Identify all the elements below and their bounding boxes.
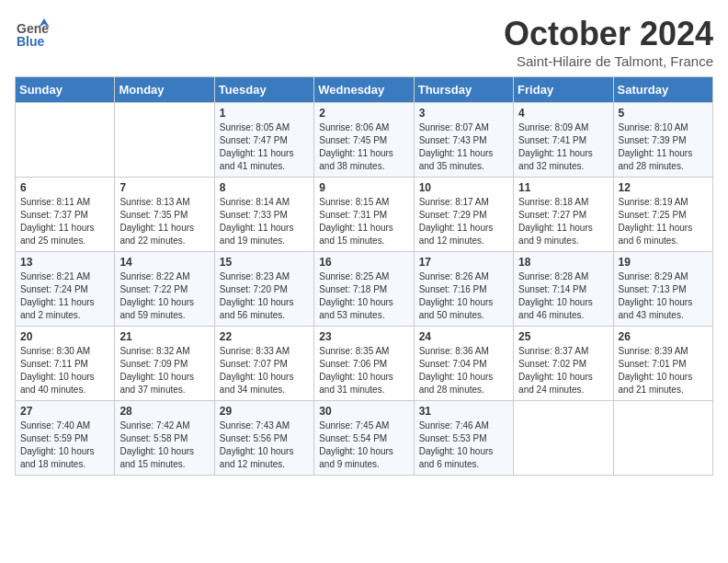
day-content: Sunrise: 8:18 AM Sunset: 7:27 PM Dayligh… <box>518 196 608 247</box>
day-number: 3 <box>419 107 508 120</box>
day-number: 23 <box>319 330 408 343</box>
calendar-cell: 13Sunrise: 8:21 AM Sunset: 7:24 PM Dayli… <box>16 252 115 327</box>
day-number: 11 <box>518 181 608 194</box>
calendar-cell: 2Sunrise: 8:06 AM Sunset: 7:45 PM Daylig… <box>314 103 414 178</box>
title-block: October 2024 Saint-Hilaire de Talmont, F… <box>504 15 713 69</box>
day-content: Sunrise: 8:36 AM Sunset: 7:04 PM Dayligh… <box>419 345 508 396</box>
calendar-cell <box>115 103 214 178</box>
calendar-week-2: 6Sunrise: 8:11 AM Sunset: 7:37 PM Daylig… <box>16 178 713 252</box>
calendar-cell: 26Sunrise: 8:39 AM Sunset: 7:01 PM Dayli… <box>613 327 712 401</box>
calendar-cell: 8Sunrise: 8:14 AM Sunset: 7:33 PM Daylig… <box>214 178 313 252</box>
day-content: Sunrise: 7:46 AM Sunset: 5:53 PM Dayligh… <box>419 419 508 471</box>
day-number: 19 <box>619 256 708 269</box>
header-monday: Monday <box>115 77 214 103</box>
calendar-cell: 5Sunrise: 8:10 AM Sunset: 7:39 PM Daylig… <box>613 103 712 178</box>
calendar-cell: 28Sunrise: 7:42 AM Sunset: 5:58 PM Dayli… <box>115 401 214 476</box>
calendar-cell: 15Sunrise: 8:23 AM Sunset: 7:20 PM Dayli… <box>214 252 313 327</box>
day-content: Sunrise: 7:40 AM Sunset: 5:59 PM Dayligh… <box>20 419 109 471</box>
day-number: 21 <box>119 330 209 343</box>
day-number: 5 <box>619 107 708 120</box>
calendar-cell: 23Sunrise: 8:35 AM Sunset: 7:06 PM Dayli… <box>314 327 414 401</box>
day-number: 2 <box>319 107 408 120</box>
day-content: Sunrise: 8:25 AM Sunset: 7:18 PM Dayligh… <box>319 270 408 322</box>
calendar-cell: 19Sunrise: 8:29 AM Sunset: 7:13 PM Dayli… <box>613 252 712 327</box>
calendar-cell: 21Sunrise: 8:32 AM Sunset: 7:09 PM Dayli… <box>115 327 214 401</box>
calendar-cell: 29Sunrise: 7:43 AM Sunset: 5:56 PM Dayli… <box>214 401 313 476</box>
calendar-cell: 22Sunrise: 8:33 AM Sunset: 7:07 PM Dayli… <box>214 327 313 401</box>
calendar-week-4: 20Sunrise: 8:30 AM Sunset: 7:11 PM Dayli… <box>16 327 713 401</box>
calendar-cell: 17Sunrise: 8:26 AM Sunset: 7:16 PM Dayli… <box>414 252 513 327</box>
calendar-cell: 14Sunrise: 8:22 AM Sunset: 7:22 PM Dayli… <box>115 252 214 327</box>
day-content: Sunrise: 8:35 AM Sunset: 7:06 PM Dayligh… <box>319 345 408 396</box>
day-content: Sunrise: 8:26 AM Sunset: 7:16 PM Dayligh… <box>419 270 508 322</box>
calendar-cell: 16Sunrise: 8:25 AM Sunset: 7:18 PM Dayli… <box>314 252 414 327</box>
day-number: 30 <box>319 405 408 418</box>
day-number: 26 <box>619 330 708 343</box>
day-number: 16 <box>319 256 408 269</box>
day-content: Sunrise: 8:05 AM Sunset: 7:47 PM Dayligh… <box>220 121 309 173</box>
day-content: Sunrise: 8:30 AM Sunset: 7:11 PM Dayligh… <box>20 345 109 396</box>
day-content: Sunrise: 8:32 AM Sunset: 7:09 PM Dayligh… <box>119 345 209 396</box>
calendar-cell: 6Sunrise: 8:11 AM Sunset: 7:37 PM Daylig… <box>16 178 115 252</box>
calendar-body: 1Sunrise: 8:05 AM Sunset: 7:47 PM Daylig… <box>16 103 713 476</box>
day-content: Sunrise: 8:33 AM Sunset: 7:07 PM Dayligh… <box>220 345 309 396</box>
day-number: 9 <box>319 181 408 194</box>
day-content: Sunrise: 8:09 AM Sunset: 7:41 PM Dayligh… <box>518 121 608 173</box>
calendar-header-row: SundayMondayTuesdayWednesdayThursdayFrid… <box>16 77 713 103</box>
calendar-cell: 1Sunrise: 8:05 AM Sunset: 7:47 PM Daylig… <box>214 103 313 178</box>
month-title: October 2024 <box>504 15 713 53</box>
calendar-cell: 3Sunrise: 8:07 AM Sunset: 7:43 PM Daylig… <box>414 103 513 178</box>
day-content: Sunrise: 8:15 AM Sunset: 7:31 PM Dayligh… <box>319 196 408 247</box>
calendar-table: SundayMondayTuesdayWednesdayThursdayFrid… <box>15 76 713 476</box>
day-content: Sunrise: 8:11 AM Sunset: 7:37 PM Dayligh… <box>20 196 109 247</box>
header-friday: Friday <box>514 77 613 103</box>
header-wednesday: Wednesday <box>314 77 414 103</box>
day-content: Sunrise: 8:10 AM Sunset: 7:39 PM Dayligh… <box>619 121 708 173</box>
calendar-week-3: 13Sunrise: 8:21 AM Sunset: 7:24 PM Dayli… <box>16 252 713 327</box>
day-number: 8 <box>220 181 309 194</box>
day-number: 25 <box>518 330 608 343</box>
calendar-cell <box>613 401 712 476</box>
day-number: 29 <box>220 405 309 418</box>
calendar-cell: 25Sunrise: 8:37 AM Sunset: 7:02 PM Dayli… <box>514 327 613 401</box>
day-content: Sunrise: 7:42 AM Sunset: 5:58 PM Dayligh… <box>119 419 209 471</box>
header-saturday: Saturday <box>613 77 712 103</box>
day-number: 6 <box>20 181 109 194</box>
day-content: Sunrise: 8:29 AM Sunset: 7:13 PM Dayligh… <box>619 270 708 322</box>
day-content: Sunrise: 8:21 AM Sunset: 7:24 PM Dayligh… <box>20 270 109 322</box>
day-number: 7 <box>119 181 209 194</box>
day-number: 24 <box>419 330 508 343</box>
day-number: 1 <box>220 107 309 120</box>
calendar-cell: 4Sunrise: 8:09 AM Sunset: 7:41 PM Daylig… <box>514 103 613 178</box>
day-number: 22 <box>220 330 309 343</box>
calendar-cell <box>16 103 115 178</box>
header-thursday: Thursday <box>414 77 513 103</box>
logo: General Blue <box>15 15 50 53</box>
day-number: 27 <box>20 405 109 418</box>
day-content: Sunrise: 8:17 AM Sunset: 7:29 PM Dayligh… <box>419 196 508 247</box>
day-content: Sunrise: 8:14 AM Sunset: 7:33 PM Dayligh… <box>220 196 309 247</box>
day-number: 28 <box>119 405 209 418</box>
day-number: 15 <box>220 256 309 269</box>
day-number: 12 <box>619 181 708 194</box>
day-content: Sunrise: 8:39 AM Sunset: 7:01 PM Dayligh… <box>619 345 708 396</box>
calendar-cell: 11Sunrise: 8:18 AM Sunset: 7:27 PM Dayli… <box>514 178 613 252</box>
calendar-cell: 7Sunrise: 8:13 AM Sunset: 7:35 PM Daylig… <box>115 178 214 252</box>
header-tuesday: Tuesday <box>214 77 313 103</box>
calendar-cell: 9Sunrise: 8:15 AM Sunset: 7:31 PM Daylig… <box>314 178 414 252</box>
location-subtitle: Saint-Hilaire de Talmont, France <box>504 53 713 69</box>
day-number: 13 <box>20 256 109 269</box>
day-number: 17 <box>419 256 508 269</box>
calendar-cell <box>514 401 613 476</box>
day-content: Sunrise: 7:43 AM Sunset: 5:56 PM Dayligh… <box>220 419 309 471</box>
logo-icon: General Blue <box>15 15 50 50</box>
calendar-cell: 27Sunrise: 7:40 AM Sunset: 5:59 PM Dayli… <box>16 401 115 476</box>
day-content: Sunrise: 8:22 AM Sunset: 7:22 PM Dayligh… <box>119 270 209 322</box>
day-content: Sunrise: 8:19 AM Sunset: 7:25 PM Dayligh… <box>619 196 708 247</box>
calendar-cell: 24Sunrise: 8:36 AM Sunset: 7:04 PM Dayli… <box>414 327 513 401</box>
calendar-week-5: 27Sunrise: 7:40 AM Sunset: 5:59 PM Dayli… <box>16 401 713 476</box>
calendar-cell: 30Sunrise: 7:45 AM Sunset: 5:54 PM Dayli… <box>314 401 414 476</box>
header-sunday: Sunday <box>16 77 115 103</box>
day-number: 14 <box>119 256 209 269</box>
day-content: Sunrise: 8:13 AM Sunset: 7:35 PM Dayligh… <box>119 196 209 247</box>
